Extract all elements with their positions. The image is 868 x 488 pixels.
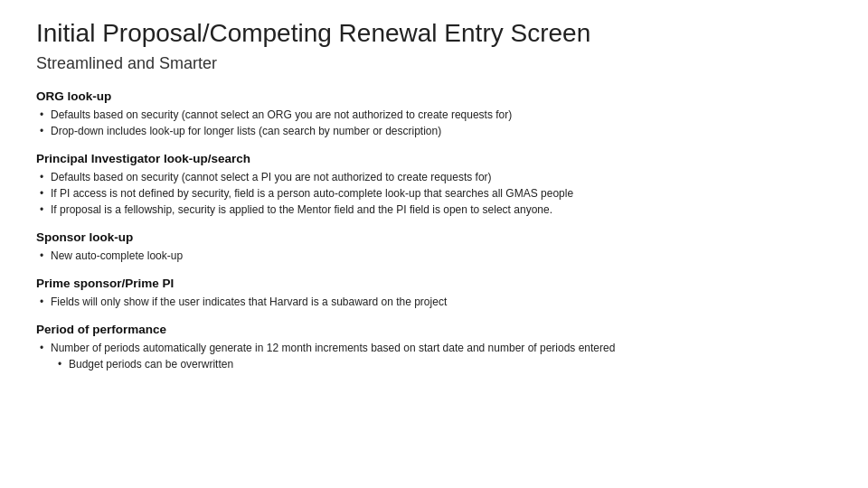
bullet-item: Drop-down includes look-up for longer li…: [36, 123, 832, 139]
section-prime-sponsor: Prime sponsor/Prime PIFields will only s…: [36, 277, 832, 310]
bullet-item: If proposal is a fellowship, security is…: [36, 202, 832, 218]
page-container: Initial Proposal/Competing Renewal Entry…: [0, 0, 868, 488]
bullet-list-pi-lookup: Defaults based on security (cannot selec…: [36, 169, 832, 218]
section-heading-period-performance: Period of performance: [36, 323, 832, 336]
bullet-list-period-performance: Number of periods automatically generate…: [36, 340, 832, 372]
section-heading-sponsor-lookup: Sponsor look-up: [36, 230, 832, 244]
page-subtitle: Streamlined and Smarter: [36, 54, 832, 73]
section-period-performance: Period of performanceNumber of periods a…: [36, 323, 832, 372]
sections-container: ORG look-upDefaults based on security (c…: [36, 89, 832, 372]
bullet-item: Fields will only show if the user indica…: [36, 294, 832, 310]
section-heading-org-lookup: ORG look-up: [36, 89, 832, 103]
bullet-item: If PI access is not defined by security,…: [36, 185, 832, 202]
bullet-list-prime-sponsor: Fields will only show if the user indica…: [36, 294, 832, 310]
bullet-item: New auto-complete look-up: [36, 248, 832, 264]
sub-bullet-list-period-performance: Budget periods can be overwritten: [54, 356, 832, 372]
section-org-lookup: ORG look-upDefaults based on security (c…: [36, 89, 832, 139]
section-pi-lookup: Principal Investigator look-up/searchDef…: [36, 152, 832, 218]
section-heading-pi-lookup: Principal Investigator look-up/search: [36, 152, 832, 165]
bullet-list-org-lookup: Defaults based on security (cannot selec…: [36, 107, 832, 139]
section-heading-prime-sponsor: Prime sponsor/Prime PI: [36, 277, 832, 290]
bullet-list-sponsor-lookup: New auto-complete look-up: [36, 248, 832, 264]
sub-bullet-item: Budget periods can be overwritten: [54, 356, 832, 372]
bullet-item: Number of periods automatically generate…: [36, 340, 832, 356]
page-title: Initial Proposal/Competing Renewal Entry…: [36, 18, 832, 49]
bullet-item: Defaults based on security (cannot selec…: [36, 107, 832, 123]
bullet-item: Defaults based on security (cannot selec…: [36, 169, 832, 185]
section-sponsor-lookup: Sponsor look-upNew auto-complete look-up: [36, 230, 832, 264]
